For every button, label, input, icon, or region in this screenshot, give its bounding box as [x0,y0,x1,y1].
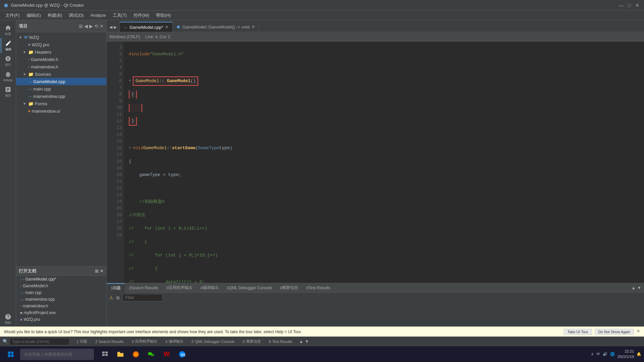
status-encoding: Windows (CRLF) [109,35,140,39]
open-docs-expand[interactable]: ⊞ [95,268,99,274]
sidebar-item-help[interactable]: 帮助 [1,312,15,326]
menu-build[interactable]: 构建(B) [45,12,65,19]
open-doc-pro[interactable]: ■ WZQ.pro [16,316,106,323]
problems-tab-search[interactable]: 2 Search Results [125,283,162,293]
sidebar-item-project[interactable]: 项目 [1,84,15,99]
nav-tab-3[interactable]: 3 应用程序输出 [128,337,161,346]
tray-volume[interactable]: 🔊 [603,352,607,356]
tab-nav-right[interactable]: ▶ [114,25,117,29]
nav-tab-5[interactable]: 5 QML Debugger Console [187,337,238,346]
doc-icon-5: ▪ [20,304,21,308]
sidebar-filter-icon[interactable]: ⊞ [79,23,83,29]
tray-network[interactable]: 🌐 [610,352,615,356]
close-button[interactable]: ✕ [635,3,640,8]
taskbar-icon-wechat[interactable] [144,347,158,361]
taskbar-icon-firefox[interactable] [129,347,143,361]
project-tree: ▼ W WZQ ■ WZQ.pro ▼ 📁 Headers ▪ GameMode… [16,32,106,266]
nav-tab-2[interactable]: 2 Search Results [91,337,128,346]
problems-expand-up[interactable]: ▲ [631,285,636,290]
taskbar-search-input[interactable] [20,349,94,360]
problems-tab-summary[interactable]: 6 概要信息 [276,283,302,293]
menu-file[interactable]: 文件(F) [3,12,22,19]
menu-analyze[interactable]: Analyze [88,12,108,18]
tray-arrow[interactable]: ∧ [591,352,594,356]
void-kw: void [133,145,143,152]
sidebar-item-design[interactable]: 设计 [1,54,15,68]
open-doc-mainwindowh[interactable]: ▪ mainwindow.h [16,303,106,309]
menu-help[interactable]: 帮助(H) [153,12,173,19]
tree-item-sources[interactable]: ▼ 📁 Sources [16,70,106,78]
tab-gamemodel-constructor[interactable]: ⬟ GameModel::GameModel() -> void ✕ [173,22,259,32]
menu-edit[interactable]: 编辑(E) [24,12,44,19]
open-doc-gamemodelh[interactable]: ▪ GameModel.h [16,283,106,289]
tab-close-1[interactable]: ✕ [165,25,168,29]
sidebar-item-welcome[interactable]: 欢迎 [1,23,15,38]
tab-nav-left[interactable]: ◀ [109,25,112,29]
locate-input[interactable] [9,338,70,345]
do-not-show-button[interactable]: Do Not Show Again [595,329,634,335]
tree-item-maincpp[interactable]: — main.cpp [16,85,106,93]
menu-tools[interactable]: 工具(T) [110,12,130,19]
problems-tab-issues[interactable]: 1 问题 [107,283,125,293]
tree-item-gamemodelh[interactable]: ▪ GameModel.h [16,56,106,63]
problems-tab-appout[interactable]: 3 应用程序输出 [162,283,197,293]
open-doc-mainwindowcpp[interactable]: — mainwindow.cpp [16,296,106,303]
tree-item-headers[interactable]: ▼ 📁 Headers [16,48,106,56]
notification-close-icon[interactable]: ✕ [637,329,640,335]
problems-expand-down[interactable]: ▼ [637,285,641,290]
menu-debug[interactable]: 调试(D) [66,12,86,19]
open-doc-exe[interactable]: ■ myfirstProject.exe [16,309,106,316]
nav-tabs-arrow-down[interactable]: ▼ [305,339,309,344]
problems-panel: 1 问题 2 Search Results 3 应用程序输出 4 编译输出 5 [107,283,644,326]
menu-controls[interactable]: 控件(W) [131,12,152,19]
tree-item-mainwindowcpp[interactable]: — mainwindow.cpp [16,93,106,100]
sidebar-nav-back[interactable]: ◀ [84,23,88,29]
tree-item-mainwindowui[interactable]: ■ mainwindow.ui [16,107,106,115]
tree-item-wzq[interactable]: ▼ W WZQ [16,34,106,41]
svg-rect-5 [105,351,108,353]
tab-gamemodelcpp[interactable]: — GameModel.cpp* ✕ [120,22,173,32]
tab-close-2[interactable]: ✕ [252,24,255,29]
problems-tab-buildout[interactable]: 4 编译输出 [197,283,223,293]
filter-input[interactable] [122,294,163,301]
problems-tab-qml[interactable]: 5 QML Debugger Console [223,283,276,293]
tree-item-forms[interactable]: ▼ 📁 Forms [16,100,106,107]
taskbar-icon-task-view[interactable] [98,347,112,361]
tray-notification[interactable]: 🔔 [637,352,641,356]
tree-item-mainwindowh[interactable]: ▪ mainwindow.h [16,63,106,70]
sidebar-nav-forward[interactable]: ▶ [89,23,93,29]
taskbar-icon-app-w[interactable]: W [160,347,174,361]
doc-icon-7: ■ [20,317,22,321]
code-editor[interactable]: 1 2 3 4 5 6 7 8 9 10 11 12 13 14 15 16 1… [107,42,644,283]
taskbar-icon-explorer[interactable] [113,347,127,361]
sidebar-close-icon[interactable]: ✕ [100,23,104,29]
code-line-11 [129,185,644,192]
maximize-button[interactable]: □ [627,3,632,8]
open-docs-close[interactable]: ✕ [100,268,104,274]
nav-tab-1[interactable]: 1 问题 [72,337,91,346]
sidebar-item-debug[interactable]: Debug [1,69,15,84]
start-button[interactable] [3,346,19,362]
nav-tabs-arrow-up[interactable]: ▲ [299,339,304,344]
minimize-button[interactable]: — [619,3,624,8]
fold-arrow-3[interactable]: ▼ [129,78,133,84]
nav-tab-6[interactable]: 6 概要信息 [238,337,265,346]
fn-startgame: startGame [172,145,196,152]
window-title: GameModel.cpp @ WZQ - Qt Creator [11,3,84,8]
tree-item-gamemodelcpp[interactable]: — GameModel.cpp [16,78,106,85]
taskbar-icon-qq[interactable]: QQ [175,347,189,361]
sidebar-item-edit[interactable]: 编辑 [1,38,15,53]
fold-arrow-8[interactable]: ▼ [129,145,133,152]
debug-label: Debug [3,78,12,82]
take-tour-button[interactable]: Take UI Tour [564,329,592,335]
nav-tab-8[interactable]: 8 Test Results [265,337,297,346]
sidebar-sync-icon[interactable]: ⟲ [94,23,98,29]
open-doc-gamemodelcpp[interactable]: — GameModel.cpp* [16,276,106,283]
tree-arrow-wzq: ▼ [19,36,23,39]
code-content[interactable]: #include "GameModel.h" ▼GameModel:: Game… [123,42,644,283]
nav-tab-4[interactable]: 4 编译输出 [161,337,187,346]
problems-tab-test[interactable]: 8 Test Results [302,283,334,293]
sidebar-header-actions: ⊞ ◀ ▶ ⟲ ✕ [79,23,104,29]
tree-item-wzqpro[interactable]: ■ WZQ.pro [16,41,106,48]
open-doc-maincpp[interactable]: — main.cpp [16,289,106,296]
